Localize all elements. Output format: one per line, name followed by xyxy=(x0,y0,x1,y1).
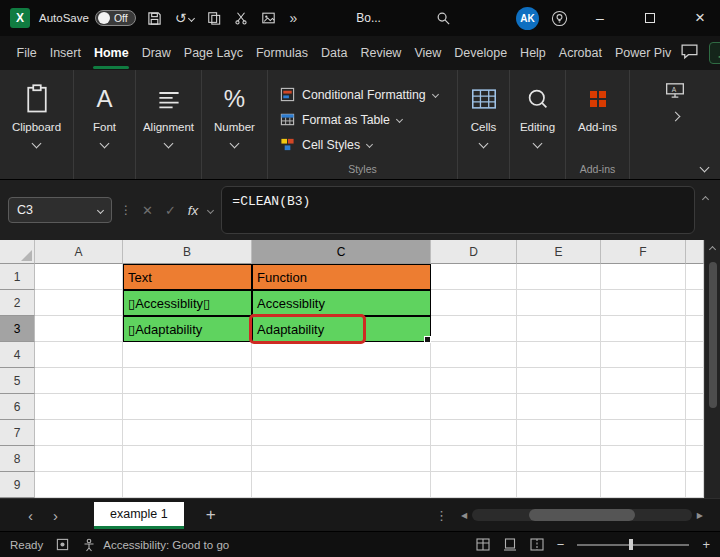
cell-d7[interactable] xyxy=(431,420,517,446)
cell-c3-active[interactable]: Adaptability xyxy=(252,316,431,342)
row-header-6[interactable]: 6 xyxy=(0,394,35,420)
menu-tab-help[interactable]: Help xyxy=(514,37,553,69)
next-sheet-button[interactable]: › xyxy=(43,507,68,524)
cell-b9[interactable] xyxy=(123,472,252,498)
menu-tab-view[interactable]: View xyxy=(408,37,448,69)
name-box[interactable]: C3 xyxy=(8,197,112,223)
cell-a6[interactable] xyxy=(35,394,123,420)
cell-b5[interactable] xyxy=(123,368,252,394)
maximize-button[interactable] xyxy=(630,0,670,36)
cell-a2[interactable] xyxy=(35,290,123,316)
row-header-1[interactable]: 1 xyxy=(0,264,35,290)
fill-handle[interactable] xyxy=(424,336,431,343)
formula-bar-chevron-icon[interactable] xyxy=(207,206,214,213)
zoom-slider[interactable] xyxy=(577,544,689,546)
cell-f2[interactable] xyxy=(601,290,686,316)
document-title[interactable]: Bo... xyxy=(356,11,381,25)
cell-a7[interactable] xyxy=(35,420,123,446)
autosave-toggle[interactable]: AutoSave Off xyxy=(39,10,136,26)
menu-tab-power-pivot[interactable]: Power Piv xyxy=(608,37,677,69)
cell-f8[interactable] xyxy=(601,446,686,472)
cell-d6[interactable] xyxy=(431,394,517,420)
excel-logo-icon[interactable]: X xyxy=(10,8,30,28)
accessibility-status-label[interactable]: Accessibility: Good to go xyxy=(103,539,229,551)
menu-tab-data[interactable]: Data xyxy=(315,37,354,69)
add-sheet-button[interactable]: + xyxy=(206,505,216,525)
cell-d8[interactable] xyxy=(431,446,517,472)
cell-c7[interactable] xyxy=(252,420,431,446)
monitor-icon[interactable]: A xyxy=(665,82,685,99)
row-header-7[interactable]: 7 xyxy=(0,420,35,446)
menu-tab-file[interactable]: File xyxy=(10,37,43,69)
prev-sheet-button[interactable]: ‹ xyxy=(18,507,43,524)
col-header-e[interactable]: E xyxy=(517,240,601,264)
cell-b4[interactable] xyxy=(123,342,252,368)
cell-f1[interactable] xyxy=(601,264,686,290)
undo-button[interactable]: ↺ xyxy=(173,8,197,28)
enter-entry-button[interactable]: ✓ xyxy=(163,201,178,220)
search-button[interactable] xyxy=(434,9,453,28)
cell-e7[interactable] xyxy=(517,420,601,446)
comments-button[interactable] xyxy=(678,41,701,65)
cell-c5[interactable] xyxy=(252,368,431,394)
cell-e6[interactable] xyxy=(517,394,601,420)
cell-e5[interactable] xyxy=(517,368,601,394)
more-commands-button[interactable]: » xyxy=(287,8,299,28)
cell-b2[interactable]: ▯Accessiblity▯ xyxy=(123,290,252,316)
cell-f3[interactable] xyxy=(601,316,686,342)
row-header-8[interactable]: 8 xyxy=(0,446,35,472)
conditional-formatting-button[interactable]: Conditional Formatting xyxy=(280,82,438,107)
cell-e3[interactable] xyxy=(517,316,601,342)
copy-button[interactable] xyxy=(205,9,223,27)
cell-d9[interactable] xyxy=(431,472,517,498)
picture-button[interactable] xyxy=(259,9,278,27)
cell-a4[interactable] xyxy=(35,342,123,368)
cell-a8[interactable] xyxy=(35,446,123,472)
menu-tab-developer[interactable]: Develope xyxy=(448,37,514,69)
menu-tab-review[interactable]: Review xyxy=(354,37,408,69)
page-layout-view-button[interactable] xyxy=(503,538,517,551)
ribbon-group-addins[interactable]: Add-ins Add-ins xyxy=(566,70,630,179)
row-header-2[interactable]: 2 xyxy=(0,290,35,316)
col-header-b[interactable]: B xyxy=(123,240,252,264)
cancel-entry-button[interactable]: ✕ xyxy=(140,201,155,220)
ribbon-group-font[interactable]: A Font xyxy=(74,70,136,179)
tab-bar-menu-icon[interactable]: ⋮ xyxy=(425,508,458,523)
menu-tab-home[interactable]: Home xyxy=(87,37,135,69)
ribbon-group-cells[interactable]: Cells xyxy=(458,70,510,179)
hscroll-track[interactable] xyxy=(472,509,692,521)
avatar[interactable]: AK xyxy=(516,7,539,30)
macro-record-button[interactable] xyxy=(56,538,69,551)
cell-c9[interactable] xyxy=(252,472,431,498)
cell-d1[interactable] xyxy=(431,264,517,290)
ribbon-group-clipboard[interactable]: Clipboard xyxy=(0,70,74,179)
col-header-a[interactable]: A xyxy=(35,240,123,264)
row-header-9[interactable]: 9 xyxy=(0,472,35,498)
cell-e8[interactable] xyxy=(517,446,601,472)
cell-c2[interactable]: Accessiblity xyxy=(252,290,431,316)
save-button[interactable] xyxy=(145,9,164,28)
formula-input[interactable]: =CLEAN(B3) xyxy=(221,186,695,234)
lightbulb-button[interactable] xyxy=(549,8,570,29)
hscroll-thumb[interactable] xyxy=(529,509,634,521)
menu-tab-insert[interactable]: Insert xyxy=(43,37,87,69)
scroll-up-icon[interactable] xyxy=(709,246,716,253)
cell-d2[interactable] xyxy=(431,290,517,316)
cell-b8[interactable] xyxy=(123,446,252,472)
scroll-right-icon[interactable]: ▶ xyxy=(694,511,706,520)
cell-a3[interactable] xyxy=(35,316,123,342)
format-as-table-button[interactable]: Format as Table xyxy=(280,107,402,132)
cell-a9[interactable] xyxy=(35,472,123,498)
expand-formula-bar-icon[interactable] xyxy=(702,195,709,202)
col-header-f[interactable]: F xyxy=(601,240,686,264)
ribbon-group-alignment[interactable]: Alignment xyxy=(136,70,202,179)
ribbon-overflow-chevron-icon[interactable] xyxy=(670,112,680,122)
cell-f6[interactable] xyxy=(601,394,686,420)
cell-f4[interactable] xyxy=(601,342,686,368)
name-box-resize-handle[interactable]: ⋮ xyxy=(120,203,132,217)
ribbon-group-number[interactable]: % Number xyxy=(202,70,268,179)
cell-c4[interactable] xyxy=(252,342,431,368)
minimize-button[interactable]: – xyxy=(580,0,620,36)
cell-e9[interactable] xyxy=(517,472,601,498)
cell-b3[interactable]: ▯Adaptability xyxy=(123,316,252,342)
